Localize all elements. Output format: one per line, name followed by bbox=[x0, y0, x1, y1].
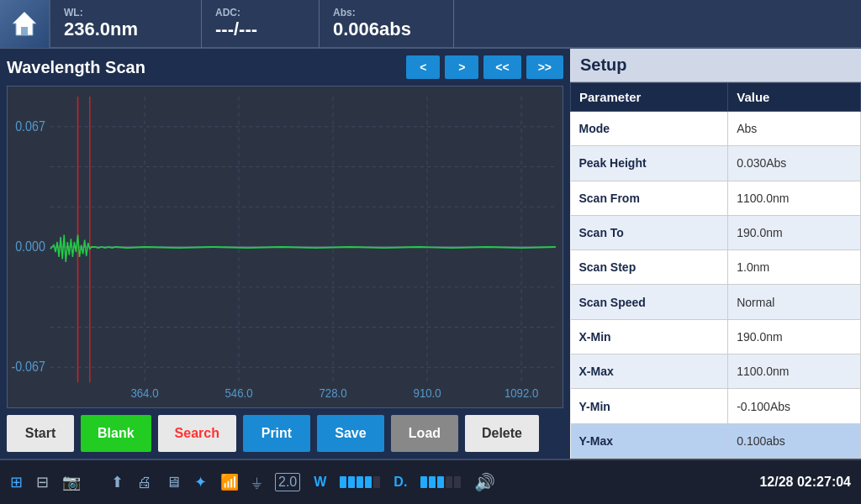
setup-value: Abs bbox=[728, 112, 861, 146]
setup-param: Y-Min bbox=[571, 389, 728, 423]
setup-param: Scan From bbox=[571, 181, 728, 215]
status-time: 12/28 02:27:04 bbox=[759, 475, 851, 490]
d-battery bbox=[420, 476, 461, 488]
adc-label: ADC: bbox=[215, 7, 305, 18]
setup-row[interactable]: Scan To190.0nm bbox=[571, 215, 861, 249]
adc-block: ADC: ---/--- bbox=[202, 0, 320, 48]
home-button[interactable] bbox=[0, 0, 50, 48]
search-button[interactable]: Search bbox=[158, 415, 236, 452]
print-button[interactable]: Print bbox=[243, 415, 310, 452]
nav-prev-btn[interactable]: < bbox=[406, 55, 440, 79]
print-icon[interactable]: 🖨 bbox=[137, 474, 152, 491]
svg-text:728.0: 728.0 bbox=[319, 386, 346, 400]
status-bar: ⊞ ⊟ 📷 ⬆ 🖨 🖥 ✦ 📶 ⏚ 2.0 W D. 🔊 12/28 02:27… bbox=[0, 459, 861, 504]
nav-prev-fast-btn[interactable]: << bbox=[483, 55, 520, 79]
top-bar: WL: 236.0nm ADC: ---/--- Abs: 0.006abs bbox=[0, 0, 861, 49]
chart-container: 0.067 0.000 -0.067 364.0 546.0 728.0 910… bbox=[7, 86, 563, 408]
d-bar-seg-1 bbox=[420, 476, 427, 488]
bottom-buttons: Start Blank Search Print Save Load Delet… bbox=[7, 415, 563, 452]
svg-text:0.000: 0.000 bbox=[15, 239, 45, 254]
chart-header: Wavelength Scan < > << >> bbox=[7, 55, 563, 79]
adc-value: ---/--- bbox=[215, 18, 305, 40]
right-panel: Setup Parameter Value ModeAbsPeak Height… bbox=[570, 49, 861, 459]
left-panel: Wavelength Scan < > << >> bbox=[0, 49, 570, 459]
bar-seg-2 bbox=[348, 476, 355, 488]
svg-text:546.0: 546.0 bbox=[224, 386, 252, 400]
d-bar-seg-4 bbox=[446, 476, 452, 488]
save-button[interactable]: Save bbox=[317, 415, 384, 452]
nav-next-fast-btn[interactable]: >> bbox=[526, 55, 563, 79]
setup-value: -0.100Abs bbox=[728, 389, 861, 423]
wl-value: 236.0nm bbox=[64, 18, 188, 40]
bar-seg-5 bbox=[373, 476, 380, 488]
load-button[interactable]: Load bbox=[391, 415, 458, 452]
svg-text:-0.067: -0.067 bbox=[11, 359, 45, 374]
setup-param: Scan Speed bbox=[571, 285, 728, 319]
setup-row[interactable]: Y-Max0.100abs bbox=[571, 423, 861, 458]
w-battery bbox=[340, 476, 380, 488]
nav-next-btn[interactable]: > bbox=[445, 55, 478, 79]
blank-button[interactable]: Blank bbox=[81, 415, 151, 452]
setup-value: 1.0nm bbox=[728, 250, 861, 285]
setup-param: Peak Height bbox=[571, 146, 728, 181]
svg-text:0.067: 0.067 bbox=[15, 118, 45, 133]
chart-svg: 0.067 0.000 -0.067 364.0 546.0 728.0 910… bbox=[8, 87, 563, 407]
setup-row[interactable]: X-Min190.0nm bbox=[571, 319, 861, 354]
setup-row[interactable]: ModeAbs bbox=[571, 112, 861, 146]
wavelength-block: WL: 236.0nm bbox=[50, 0, 202, 48]
svg-text:1092.0: 1092.0 bbox=[504, 386, 538, 400]
main-content: Wavelength Scan < > << >> bbox=[0, 49, 861, 459]
abs-block: Abs: 0.006abs bbox=[320, 0, 454, 48]
start-button[interactable]: Start bbox=[7, 415, 74, 452]
setup-value: 190.0nm bbox=[728, 215, 861, 249]
setup-row[interactable]: Scan Step1.0nm bbox=[571, 250, 861, 285]
setup-row[interactable]: Scan From1100.0nm bbox=[571, 181, 861, 215]
setup-param: Y-Max bbox=[571, 423, 728, 458]
setup-tbody: ModeAbsPeak Height0.030AbsScan From1100.… bbox=[571, 112, 861, 459]
volume-icon[interactable]: 🔊 bbox=[474, 472, 495, 492]
d-bar-seg-2 bbox=[429, 476, 436, 488]
nav-buttons: < > << >> bbox=[406, 55, 563, 79]
setup-param: Mode bbox=[571, 112, 728, 146]
wl-label: WL: bbox=[64, 7, 188, 18]
svg-rect-1 bbox=[21, 27, 28, 35]
setup-param: X-Min bbox=[571, 319, 728, 354]
setup-value: 1100.0nm bbox=[728, 354, 861, 389]
setup-value: 1100.0nm bbox=[728, 181, 861, 215]
apps-icon[interactable]: ⊞ bbox=[10, 473, 23, 491]
w-label: W bbox=[314, 475, 326, 490]
usb-icon[interactable]: ⏚ bbox=[252, 474, 261, 491]
abs-value: 0.006abs bbox=[333, 18, 440, 40]
d-bar-seg-3 bbox=[437, 476, 444, 488]
setup-title: Setup bbox=[570, 49, 861, 82]
grid-icon[interactable]: ⊟ bbox=[36, 473, 49, 491]
camera-icon[interactable]: 📷 bbox=[62, 473, 81, 491]
d-bar-seg-5 bbox=[454, 476, 461, 488]
setup-row[interactable]: X-Max1100.0nm bbox=[571, 354, 861, 389]
abs-label: Abs: bbox=[333, 7, 440, 18]
bar-seg-4 bbox=[365, 476, 372, 488]
share-icon[interactable]: ⬆ bbox=[111, 473, 124, 491]
setup-row[interactable]: Y-Min-0.100Abs bbox=[571, 389, 861, 423]
delete-button[interactable]: Delete bbox=[465, 415, 539, 452]
wifi-icon[interactable]: 📶 bbox=[220, 473, 239, 491]
chart-title: Wavelength Scan bbox=[7, 58, 145, 77]
setup-param: Scan Step bbox=[571, 250, 728, 285]
version-badge: 2.0 bbox=[275, 473, 300, 491]
setup-value: Normal bbox=[728, 285, 861, 319]
setup-table: Parameter Value ModeAbsPeak Height0.030A… bbox=[570, 82, 861, 459]
setup-row[interactable]: Peak Height0.030Abs bbox=[571, 146, 861, 181]
d-label: D. bbox=[394, 475, 407, 490]
setup-value: 0.100abs bbox=[728, 423, 861, 458]
bluetooth-icon[interactable]: ✦ bbox=[194, 473, 207, 491]
setup-value: 190.0nm bbox=[728, 319, 861, 354]
monitor-icon[interactable]: 🖥 bbox=[166, 474, 181, 491]
setup-param: Scan To bbox=[571, 215, 728, 249]
svg-text:364.0: 364.0 bbox=[130, 386, 158, 400]
bar-seg-3 bbox=[357, 476, 363, 488]
setup-value: 0.030Abs bbox=[728, 146, 861, 181]
col-value-header: Value bbox=[728, 83, 861, 112]
col-param-header: Parameter bbox=[571, 83, 728, 112]
bar-seg-1 bbox=[340, 476, 346, 488]
setup-row[interactable]: Scan SpeedNormal bbox=[571, 285, 861, 319]
